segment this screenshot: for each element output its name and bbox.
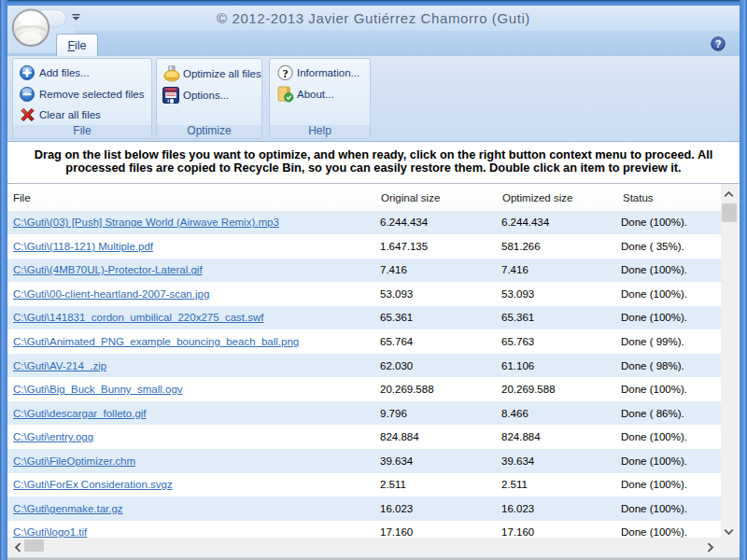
svg-text:?: ? [282,66,288,79]
svg-text:?: ? [715,38,722,49]
